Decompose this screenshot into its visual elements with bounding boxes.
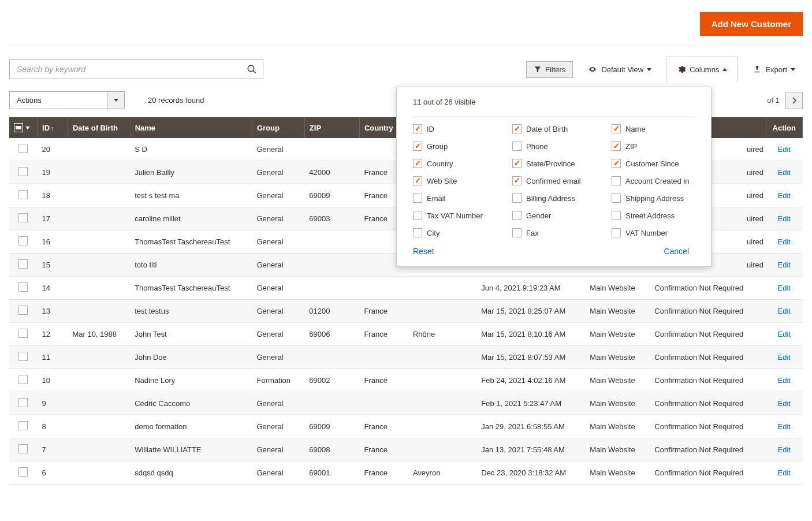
cell-name: sdqsd qsdq [130,462,252,485]
col-group[interactable]: Group [252,117,304,138]
cell-name: ThomasTest TaschereauTest [130,230,252,254]
edit-link[interactable]: Edit [778,353,791,362]
col-id[interactable]: ID↑ [38,117,68,138]
columns-reset-link[interactable]: Reset [413,247,434,256]
row-checkbox[interactable] [18,467,28,477]
column-option-date-of-birth[interactable]: Date of Birth [512,124,605,133]
row-checkbox[interactable] [18,213,28,222]
add-new-customer-button[interactable]: Add New Customer [700,12,803,36]
column-option-city[interactable]: City [413,228,505,237]
columns-button[interactable]: Columns [666,57,738,82]
col-dob[interactable]: Date of Birth [68,117,130,138]
checkbox-icon [612,211,621,220]
column-option-label: Customer Since [625,159,679,168]
filters-button[interactable]: Filters [526,61,573,78]
checkbox-icon [512,176,522,185]
edit-link[interactable]: Edit [778,145,791,154]
cell-since: Jan 13, 2021 7:55:48 AM [476,438,585,462]
export-button[interactable]: Export [745,61,803,78]
edit-link[interactable]: Edit [778,376,791,385]
cell-confirmed: Confirmation Not Required [650,415,766,438]
col-zip[interactable]: ZIP [304,117,359,138]
row-checkbox[interactable] [18,259,28,269]
column-option-vat-number[interactable]: VAT Number [612,228,704,237]
column-option-name[interactable]: Name [612,124,704,133]
column-option-account-created-in[interactable]: Account Created in [612,176,704,185]
row-checkbox[interactable] [18,190,28,199]
column-option-zip[interactable]: ZIP [612,142,704,151]
table-row: 13test testusGeneral01200FranceMar 15, 2… [9,300,803,323]
actions-dropdown[interactable]: Actions [9,91,125,109]
cell-confirmed: Confirmation Not Required [650,277,766,300]
column-option-shipping-address[interactable]: Shipping Address [612,193,704,203]
edit-link[interactable]: Edit [778,399,791,408]
columns-cancel-link[interactable]: Cancel [664,247,689,256]
row-checkbox[interactable] [18,421,28,430]
select-all-checkbox[interactable] [14,123,32,132]
edit-link[interactable]: Edit [778,307,791,315]
column-option-customer-since[interactable]: Customer Since [612,159,704,168]
cell-id: 6 [38,462,68,485]
column-option-group[interactable]: Group [413,142,505,151]
row-checkbox[interactable] [18,236,28,245]
cell-since: Mar 15, 2021 8:25:07 AM [476,300,585,323]
edit-link[interactable]: Edit [778,330,791,338]
next-page-button[interactable] [785,92,803,109]
search-icon[interactable] [247,64,257,75]
edit-link[interactable]: Edit [778,260,791,269]
cell-state [408,438,476,462]
edit-link[interactable]: Edit [778,468,791,477]
cell-zip [304,230,359,254]
column-option-id[interactable]: ID [413,124,505,133]
edit-link[interactable]: Edit [778,237,791,246]
edit-link[interactable]: Edit [778,284,791,292]
column-option-billing-address[interactable]: Billing Address [512,193,605,203]
actions-dropdown-toggle[interactable] [107,91,125,109]
columns-label: Columns [690,65,719,74]
edit-link[interactable]: Edit [778,168,791,177]
column-option-fax[interactable]: Fax [512,228,605,237]
cell-zip [304,138,359,161]
checkbox-icon [413,193,422,203]
column-option-web-site[interactable]: Web Site [413,176,505,185]
edit-link[interactable]: Edit [778,445,791,454]
cell-since: Mar 15, 2021 8:10:16 AM [476,323,585,346]
cell-since: Dec 23, 2020 3:18:32 AM [476,462,585,485]
row-checkbox[interactable] [18,282,28,292]
chevron-down-icon [791,68,795,71]
column-option-tax-vat-number[interactable]: Tax VAT Number [413,211,505,220]
edit-link[interactable]: Edit [778,214,791,223]
row-checkbox[interactable] [18,167,28,176]
search-input[interactable] [16,64,247,75]
column-option-confirmed-email[interactable]: Confirmed email [512,176,605,185]
cell-country: France [359,323,408,346]
column-option-street-address[interactable]: Street Address [612,211,704,220]
cell-confirmed: Confirmation Not Required [650,392,766,415]
row-checkbox[interactable] [18,444,28,453]
cell-confirmed: Confirmation Not Required [650,462,766,485]
column-option-state-province[interactable]: State/Province [512,159,605,168]
actions-label: Actions [9,91,107,109]
checkbox-icon [612,193,621,203]
row-checkbox[interactable] [18,306,28,315]
column-option-gender[interactable]: Gender [512,211,605,220]
default-view-button[interactable]: Default View [580,61,659,78]
row-checkbox[interactable] [18,398,28,407]
column-option-email[interactable]: Email [413,193,505,203]
column-option-phone[interactable]: Phone [512,142,605,151]
row-checkbox[interactable] [18,375,28,384]
edit-link[interactable]: Edit [778,191,791,200]
checkbox-icon [612,142,621,151]
cell-dob [68,300,130,323]
row-checkbox[interactable] [18,352,28,361]
row-checkbox[interactable] [18,144,28,153]
cell-confirmed: Confirmation Not Required [650,369,766,392]
cell-id: 17 [38,207,68,230]
edit-link[interactable]: Edit [778,422,791,431]
col-name[interactable]: Name [130,117,252,138]
svg-point-0 [248,65,254,72]
cell-group: General [252,254,304,277]
column-option-country[interactable]: Country [413,159,505,168]
cell-state [408,392,476,415]
row-checkbox[interactable] [18,329,28,338]
